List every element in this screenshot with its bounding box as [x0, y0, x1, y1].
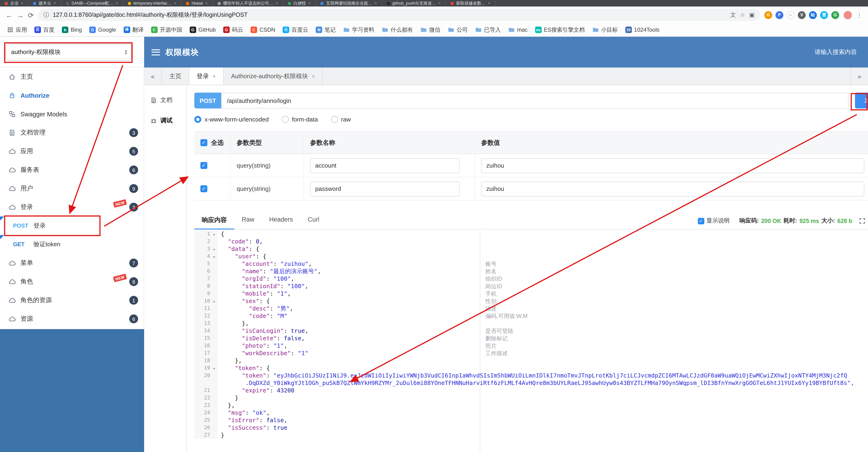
tab-close-icon[interactable]: ×	[438, 1, 441, 6]
sidebar-item[interactable]: 登录 NEW 2	[0, 198, 144, 217]
browser-tab[interactable]: 互联网避坑指南企业篇… ×	[316, 0, 382, 6]
sidebar-item[interactable]: 服务表 6	[0, 161, 144, 179]
bookmark-item[interactable]: 学习资料	[340, 24, 377, 35]
browser-tab[interactable]: 建木云 ×	[29, 0, 61, 6]
tabs-scroll-left[interactable]: «	[144, 67, 162, 85]
bookmark-item[interactable]: es ES搜索引擎文档	[532, 24, 588, 35]
select-all-checkbox[interactable]: ✓	[200, 139, 207, 146]
param-name-input[interactable]: account	[310, 158, 460, 173]
browser-tab[interactable]: github_push分支推送… ×	[382, 0, 446, 6]
bookmark-item[interactable]: 译 翻译	[120, 24, 147, 35]
tab-close-icon[interactable]: ×	[213, 73, 216, 79]
response-tab[interactable]: Curl	[300, 212, 327, 229]
body-type-radio[interactable]: x-www-form-urlencoded	[194, 116, 269, 123]
translate-icon[interactable]: 文	[731, 11, 736, 19]
tab-close-icon[interactable]: ×	[21, 1, 24, 6]
send-button[interactable]: 发送	[855, 93, 868, 109]
browser-tab[interactable]: hbase ×	[181, 0, 213, 6]
fold-icon[interactable]: ▾	[213, 255, 216, 259]
fullscreen-icon[interactable]	[859, 218, 865, 224]
bookmark-star-icon[interactable]: ☆	[740, 12, 745, 18]
bookmark-item[interactable]: 应用	[4, 24, 30, 35]
bookmark-item[interactable]: 10 1024Tools	[622, 25, 663, 34]
show-desc-checkbox[interactable]: ✓	[698, 218, 704, 224]
sidebar-item[interactable]: Swagger Models	[0, 105, 144, 123]
bookmark-item[interactable]: G Google	[86, 25, 119, 34]
bookmark-item[interactable]: 什么都有	[378, 24, 416, 35]
param-value-input[interactable]: zuihou	[481, 181, 864, 196]
bookmark-item[interactable]: G 码云	[220, 24, 246, 35]
sidebar-item[interactable]: 主页	[0, 67, 144, 86]
browser-tab[interactable]: temporary-interfac… ×	[123, 0, 182, 6]
bookmark-item[interactable]: 百 百度	[31, 24, 58, 35]
param-name-input[interactable]: password	[310, 181, 460, 196]
browser-tab[interactable]: 哪些年轻人不该去的公司… ×	[213, 0, 283, 6]
sidebar-item[interactable]: Authorize	[0, 86, 144, 105]
sidebar-item[interactable]: 应用 5	[0, 142, 144, 161]
address-bar[interactable]: ⓘ 127.0.0.1:8760/api/gate/doc.html#/auth…	[38, 9, 760, 21]
sidebar-item[interactable]: 角色的资源 1	[0, 291, 144, 310]
bookmark-item[interactable]: b Bing	[59, 25, 85, 34]
tab-close-icon[interactable]: ×	[116, 1, 118, 6]
extension-icon[interactable]: V	[798, 11, 806, 19]
tab-close-icon[interactable]: ×	[276, 1, 278, 6]
browser-tab[interactable]: SANB—Compose配… ×	[61, 0, 123, 6]
tab-close-icon[interactable]: ×	[205, 1, 208, 6]
browser-tab[interactable]: 获取或修改数… ×	[446, 0, 495, 6]
browser-menu-icon[interactable]: ⋮	[857, 12, 862, 18]
fold-icon[interactable]: ▾	[213, 247, 216, 252]
extension-icon[interactable]: P	[775, 11, 783, 19]
extension-icon[interactable]: ○	[787, 11, 795, 19]
tabs-scroll-right[interactable]: »	[850, 67, 868, 85]
bookmark-item[interactable]: 小目标	[589, 24, 621, 35]
doc-tab[interactable]: 登录 ×	[189, 67, 224, 85]
info-icon[interactable]: ⓘ	[43, 11, 49, 19]
bookmark-item[interactable]: mac	[505, 25, 531, 34]
service-select[interactable]: authority-权限模块 ▲▼	[6, 44, 131, 60]
tab-close-icon[interactable]: ×	[374, 1, 377, 6]
doc-tab[interactable]: Authorize-authority-权限模块 ×	[224, 67, 323, 85]
profile-avatar[interactable]	[843, 10, 852, 19]
bookmark-item[interactable]: C 开源中国	[148, 24, 185, 35]
sidebar-item[interactable]: 菜单 7	[0, 254, 144, 272]
sidebar-item[interactable]: 资源 6	[0, 310, 144, 328]
response-tab[interactable]: Raw	[234, 212, 262, 229]
bookmark-item[interactable]: N 笔记	[312, 24, 339, 35]
tab-close-icon[interactable]: ×	[174, 1, 177, 6]
bookmark-item[interactable]: 已导入	[472, 24, 504, 35]
bookmark-item[interactable]: G GitHub	[186, 25, 219, 34]
bookmark-item[interactable]: 公司	[444, 24, 471, 35]
screenshot-icon[interactable]: ▣	[749, 12, 754, 18]
extension-icon[interactable]: G	[831, 11, 839, 19]
back-button[interactable]: ←	[6, 11, 12, 19]
bookmark-item[interactable]: C CSDN	[247, 25, 278, 34]
sidebar-item[interactable]: 用户 9	[0, 179, 144, 198]
bookmark-item[interactable]: 云 百度云	[279, 24, 311, 35]
header-search-input[interactable]: 请输入搜索内容	[814, 48, 857, 56]
fold-icon[interactable]: ▾	[213, 366, 216, 371]
row-checkbox[interactable]: ✓	[200, 162, 207, 169]
sidebar-item[interactable]: 文档管理 3	[0, 123, 144, 142]
fold-icon[interactable]: ▾	[213, 299, 216, 304]
browser-tab[interactable]: 企业 ×	[0, 0, 29, 6]
doc-tab[interactable]: 主页	[162, 67, 189, 85]
view-tab[interactable]: 调试	[144, 110, 186, 131]
response-tab[interactable]: 响应内容	[194, 212, 234, 229]
tab-close-icon[interactable]: ×	[488, 1, 490, 6]
tab-close-icon[interactable]: ×	[308, 1, 311, 6]
fold-icon[interactable]: ▾	[213, 232, 216, 237]
request-url-input[interactable]: /api/authority/anno/login	[221, 93, 848, 109]
sidebar-item[interactable]: 角色 NEW 8	[0, 272, 144, 291]
extension-icon[interactable]: 站	[809, 11, 817, 19]
bookmark-item[interactable]: 微信	[417, 24, 443, 35]
response-tab[interactable]: Headers	[262, 212, 300, 229]
param-value-input[interactable]: zuihou	[481, 158, 864, 173]
extension-icon[interactable]: G	[764, 11, 772, 19]
view-tab[interactable]: 文档	[144, 90, 186, 110]
sidebar-item[interactable]: GET 验证token	[0, 235, 144, 254]
forward-button[interactable]: →	[17, 11, 24, 19]
browser-tab[interactable]: 白嫖怪 ×	[283, 0, 316, 6]
menu-toggle-icon[interactable]	[152, 49, 160, 55]
reload-button[interactable]: ⟳	[28, 11, 34, 19]
row-checkbox[interactable]: ✓	[200, 185, 207, 192]
